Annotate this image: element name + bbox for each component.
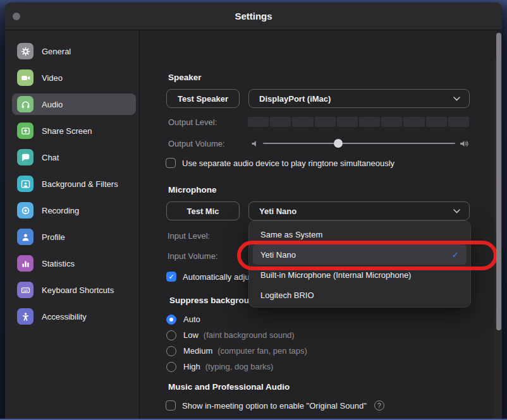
scrollbar-thumb[interactable] [496,33,501,330]
auto-adjust-checkbox[interactable]: ✓ [166,272,176,282]
radio-hint: (typing, dog barks) [205,362,274,371]
radio-row-auto[interactable]: Auto [166,311,307,327]
radio-low[interactable] [166,330,176,340]
menu-option-label: Logitech BRIO [260,291,314,300]
radio-row-medium[interactable]: Medium (computer fan, pen taps) [166,343,307,359]
audio-settings-panel: Speaker Test Speaker DisplayPort (iMac) … [140,30,502,420]
help-icon[interactable]: ? [374,400,384,411]
radio-medium[interactable] [166,346,176,356]
share-screen-icon [17,123,34,139]
sidebar-item-chat[interactable]: Chat [12,147,136,168]
sidebar-item-label: Audio [42,100,63,109]
sidebar-item-keyboard-shortcuts[interactable]: Keyboard Shortcuts [12,279,136,301]
radio-label: Medium [183,346,212,356]
sidebar: General Video Audio Share Screen [5,30,140,420]
radio-hint: (faint background sound) [204,330,295,340]
sidebar-item-recording[interactable]: Recording [12,200,136,221]
profile-icon [17,229,34,245]
level-segment [426,117,447,127]
level-segment [403,117,424,127]
suppress-noise-heading: Suppress backgroun [169,296,254,305]
gear-icon [17,43,34,59]
suppress-noise-options: Auto Low (faint background sound) Medium… [166,311,307,375]
sidebar-item-label: Share Screen [42,126,92,136]
title-bar: Settings [5,3,502,30]
slider-track[interactable] [263,143,455,144]
sidebar-item-accessibility[interactable]: Accessibility [12,306,136,327]
radio-label: High [183,362,200,371]
accessibility-icon [17,308,34,325]
ringtone-checkbox-row[interactable]: ✓ Use separate audio device to play ring… [166,158,394,168]
sidebar-item-label: Statistics [42,259,75,268]
keyboard-icon [17,282,34,298]
output-level-label: Output Level: [168,117,217,127]
sidebar-item-background-filters[interactable]: Background & Filters [12,173,136,195]
menu-option-label: Built-in Microphone (Internal Microphone… [260,270,411,280]
menu-option-built-in-microphone[interactable]: Built-in Microphone (Internal Microphone… [253,265,467,285]
speaker-device-value: DisplayPort (iMac) [259,94,453,104]
speaker-heading: Speaker [168,73,202,82]
sidebar-item-label: Accessibility [42,312,87,321]
sidebar-item-audio[interactable]: Audio [12,93,136,115]
check-icon: ✓ [452,250,459,260]
microphone-heading: Microphone [168,185,217,195]
test-speaker-button[interactable]: Test Speaker [166,89,240,108]
statistics-icon [17,255,34,272]
volume-up-icon [459,138,470,149]
radio-auto[interactable] [166,315,176,325]
sidebar-item-label: Recording [42,206,79,215]
level-segment [381,117,402,127]
menu-option-logitech-brio[interactable]: Logitech BRIO ✓ [253,285,467,305]
output-volume-slider[interactable] [263,138,455,148]
original-sound-label: Show in-meeting option to enable "Origin… [182,401,367,411]
volume-down-icon [250,138,260,149]
level-segment [337,117,358,127]
level-segment [292,117,313,127]
level-segment [359,117,380,127]
original-sound-row[interactable]: ✓ Show in-meeting option to enable "Orig… [166,400,384,411]
video-camera-icon [17,69,34,86]
background-filters-icon [17,176,34,192]
menu-option-label: Same as System [260,230,322,239]
sidebar-item-general[interactable]: General [12,40,136,62]
radio-hint: (computer fan, pen taps) [217,346,307,356]
sidebar-item-label: Video [42,73,63,83]
headphones-icon [17,96,34,112]
sidebar-item-label: General [42,47,71,56]
mic-device-select[interactable]: Yeti Nano [248,201,470,220]
radio-label: Auto [183,315,200,324]
settings-window: Settings General Video Audio [5,3,502,420]
ringtone-checkbox[interactable]: ✓ [166,158,176,168]
sidebar-item-share-screen[interactable]: Share Screen [12,120,136,141]
menu-option-label: Yeti Nano [260,250,296,260]
output-volume-label: Output Volume: [168,139,225,148]
output-volume-thumb[interactable] [334,139,343,148]
output-level-meter [248,117,469,127]
sidebar-list: General Video Audio Share Screen [5,30,139,327]
radio-high[interactable] [166,362,176,372]
chevron-down-icon [453,97,460,101]
sidebar-item-statistics[interactable]: Statistics [12,253,136,274]
menu-option-yeti-nano[interactable]: Yeti Nano ✓ [253,244,467,265]
level-segment [315,117,336,127]
radio-row-low[interactable]: Low (faint background sound) [166,327,307,343]
test-mic-button[interactable]: Test Mic [166,201,240,220]
speaker-device-select[interactable]: DisplayPort (iMac) [248,89,470,108]
mic-device-value: Yeti Nano [259,207,453,216]
input-level-label: Input Level: [168,231,210,241]
record-icon [17,202,34,219]
menu-option-same-as-system[interactable]: Same as System ✓ [253,224,467,244]
radio-row-high[interactable]: High (typing, dog barks) [166,359,307,375]
sidebar-item-label: Keyboard Shortcuts [42,285,114,295]
sidebar-item-label: Profile [42,232,65,242]
input-volume-label: Input Volume: [168,251,218,261]
sidebar-item-video[interactable]: Video [12,67,136,88]
window-title: Settings [5,3,502,30]
sidebar-item-profile[interactable]: Profile [12,226,136,248]
sidebar-item-label: Chat [42,153,59,162]
chevron-down-icon [453,209,460,213]
level-segment [270,117,291,127]
music-audio-heading: Music and Professional Audio [168,382,290,392]
original-sound-checkbox[interactable]: ✓ [166,400,176,411]
chat-bubble-icon [17,149,34,165]
